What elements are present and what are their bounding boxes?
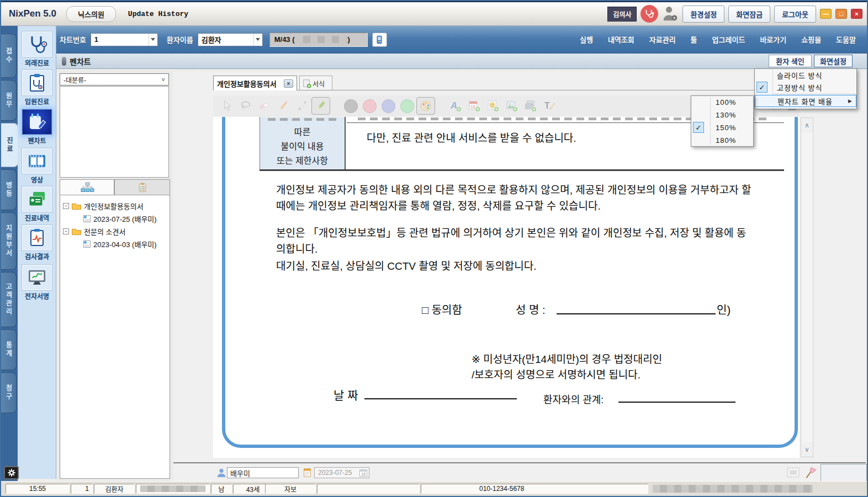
zoom-option-100[interactable]: 100% (691, 96, 753, 109)
color-pink[interactable] (360, 97, 379, 115)
tree-doc-opinion[interactable]: 2023-04-03 (배우미) (63, 238, 170, 250)
env-settings-button[interactable]: 환경설정 (682, 6, 724, 23)
module-outpatient[interactable]: 외래진료 (19, 31, 55, 67)
highlighter-tool[interactable] (311, 97, 330, 115)
color-palette-tool[interactable] (416, 97, 435, 115)
phone-contact-button[interactable] (372, 33, 387, 47)
zoom-option-130[interactable]: 130% (691, 109, 753, 121)
side-tab-admin[interactable]: 원무 (1, 80, 17, 121)
status-bar: 15:55 1 김환자 남 43세 자보 010-1234-5678 (1, 481, 867, 496)
color-blue[interactable] (379, 97, 398, 115)
menu-item-slide-mode[interactable]: 슬라이드 방식 (755, 69, 856, 81)
writer-input[interactable] (227, 467, 299, 478)
menu-history-lookup[interactable]: 내역조회 (608, 34, 634, 45)
side-tab-crm[interactable]: 고객관리 (1, 272, 17, 327)
seal-label: 인) (717, 301, 731, 317)
chart-no-combobox[interactable]: 1 (91, 33, 158, 46)
zoom-option-150[interactable]: ✓ 150% (691, 121, 753, 134)
user-settings-icon[interactable] (662, 5, 679, 23)
menu-upgrade[interactable]: 업그레이드 (712, 34, 745, 45)
document-scrollbar[interactable]: ∧ ∨ (801, 117, 813, 457)
insert-sticker-tool[interactable] (484, 97, 502, 115)
chart-no-label: 차트번호 (60, 34, 86, 45)
lasso-tool[interactable] (236, 97, 255, 115)
maximize-button[interactable]: □ (835, 9, 847, 19)
settings-gear-button[interactable] (4, 466, 19, 479)
pen-icon (296, 100, 308, 112)
side-tab-billing[interactable]: 청구 (1, 372, 17, 413)
date-field[interactable]: 2023-07-25 15 (314, 467, 369, 478)
insert-text-tool[interactable]: A (446, 97, 465, 115)
menu-shortcuts[interactable]: 바로가기 (760, 34, 786, 45)
patient-name-combobox[interactable]: 김환자 (198, 33, 263, 46)
notepad-icon[interactable] (302, 467, 312, 478)
color-gray[interactable] (341, 97, 360, 115)
tree-folder-label: 전문의 소견서 (84, 226, 125, 237)
scroll-down-button[interactable]: ∨ (801, 442, 813, 457)
module-imaging[interactable]: 영상 (19, 148, 55, 184)
side-tab-treatment[interactable]: 진료 (1, 123, 18, 167)
tree-doc-consent[interactable]: 2023-07-25 (배우미) (63, 212, 170, 225)
cell-text: 불이익 내용 (260, 140, 345, 154)
update-history-link[interactable]: Update History (128, 10, 188, 18)
tab-new-form[interactable]: 서식 (299, 76, 332, 90)
minimize-button[interactable]: — (820, 9, 832, 19)
module-results[interactable]: 검사결과 (19, 225, 55, 261)
tab-consent-document[interactable]: 개인정보활용동의서 × (213, 76, 297, 90)
calendar-icon[interactable]: 15 (359, 468, 368, 477)
insert-date-stamp-tool[interactable]: 15 (465, 97, 484, 115)
color-green[interactable] (398, 97, 416, 115)
document-viewport[interactable]: 따른 불이익 내용 또는 제한사항 다만, 진료 관련 안내 서비스를 받을 수… (213, 117, 800, 458)
screen-settings-button[interactable]: 화면설정 (814, 55, 853, 67)
tab-tree-view[interactable] (60, 179, 114, 195)
menu-run[interactable]: 실행 (580, 34, 593, 45)
close-button[interactable]: × (851, 9, 862, 19)
module-inpatient[interactable]: 입원진료 (19, 70, 55, 106)
scroll-up-button[interactable]: ∧ (801, 118, 813, 132)
cursor-icon (221, 100, 233, 112)
stethoscope-status-icon[interactable] (641, 5, 658, 23)
insert-photo-tool[interactable] (521, 97, 540, 115)
screen-lock-button[interactable]: 화면잠금 (728, 6, 770, 23)
menu-shop[interactable]: 쇼핑몰 (801, 34, 821, 45)
tree-folder-consent[interactable]: − 개인정보활용동의서 (63, 200, 170, 212)
side-tab-support[interactable]: 지원부서 (1, 212, 17, 270)
menu-item-fixed-mode[interactable]: ✓ 고정방식 방식 (755, 81, 856, 93)
tab-list-view[interactable] (114, 179, 170, 195)
category-listbox[interactable] (60, 86, 169, 178)
side-tab-statistics[interactable]: 통계 (1, 329, 17, 370)
patient-index-button[interactable]: 환자 색인 (769, 55, 812, 67)
select-cursor-tool[interactable] (218, 97, 236, 115)
pencil-tool[interactable] (274, 97, 293, 115)
insert-image-tool[interactable] (502, 97, 521, 115)
patient-toolbar: 차트번호 1 환자이름 김환자 M/43 ( ) 실행 내역조회 자료관리 툴 … (18, 26, 867, 54)
stamp-icon[interactable] (786, 466, 800, 479)
status-redacted-id (136, 484, 210, 494)
agree-checkbox-text[interactable]: □ 동의함 (422, 301, 462, 317)
module-penchart[interactable]: 펜차트 (19, 109, 55, 145)
menu-data-management[interactable]: 자료관리 (649, 34, 676, 45)
relation-line (618, 392, 735, 403)
text-style-tool[interactable]: T (540, 97, 559, 115)
category-dropdown[interactable]: -대분류- ˅ (60, 73, 169, 85)
status-phone: 010-1234-5678 (421, 484, 648, 494)
tab-close-icon[interactable]: × (284, 79, 293, 88)
zoom-option-180[interactable]: 180% (691, 134, 753, 147)
menu-item-penchart-zoom[interactable]: 펜차트 화면 배율 ▶ (755, 95, 856, 107)
tree-folder-opinion[interactable]: − 전문의 소견서 (63, 225, 170, 238)
tree-collapse-icon[interactable]: − (63, 228, 69, 234)
pen-tool[interactable] (293, 97, 311, 115)
module-esign[interactable]: 전자서명 (19, 265, 55, 301)
logout-button[interactable]: 로그아웃 (774, 6, 816, 23)
side-tab-ward[interactable]: 병동 (1, 169, 17, 210)
clinic-name-pill[interactable]: 닉스의원 (66, 6, 116, 22)
clipped-text-row (268, 118, 337, 121)
eraser-tool[interactable] (255, 97, 274, 115)
module-history[interactable]: 진료내역 (19, 186, 55, 222)
menu-tools[interactable]: 툴 (691, 34, 697, 45)
side-tab-reception[interactable]: 접수 (1, 34, 17, 78)
menu-separator (774, 94, 856, 94)
tree-collapse-icon[interactable]: − (63, 203, 69, 209)
flag-icon[interactable] (803, 465, 817, 480)
menu-help[interactable]: 도움말 (836, 34, 856, 45)
